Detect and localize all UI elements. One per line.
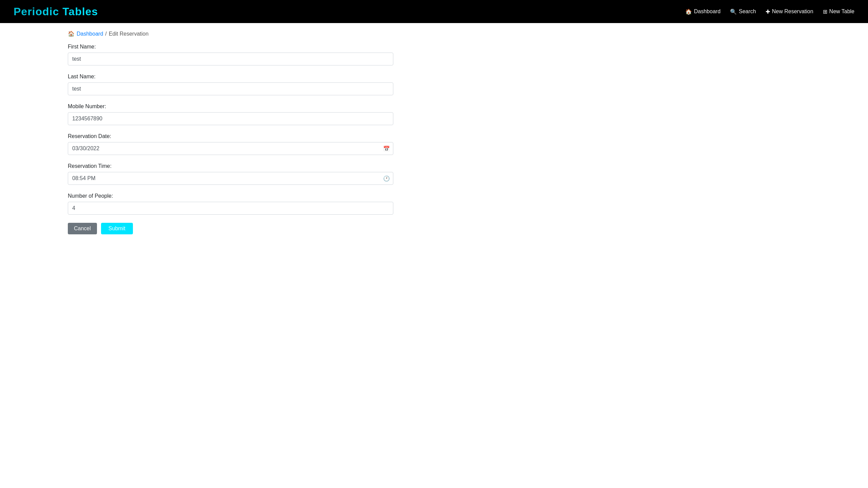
nav-item-search: 🔍 Search bbox=[730, 8, 756, 15]
dashboard-label: Dashboard bbox=[694, 8, 721, 15]
breadcrumb-current-page: Edit Reservation bbox=[109, 31, 149, 37]
breadcrumb-dashboard-link[interactable]: Dashboard bbox=[77, 31, 103, 37]
new-reservation-link[interactable]: ✚ New Reservation bbox=[766, 8, 813, 15]
nav-item-new-table: ⊞ New Table bbox=[823, 8, 854, 15]
number-of-people-group: Number of People: bbox=[68, 193, 868, 215]
reservation-date-group: Reservation Date: 📅 bbox=[68, 133, 868, 155]
search-label: Search bbox=[739, 8, 756, 15]
submit-button[interactable]: Submit bbox=[101, 223, 133, 234]
reservation-time-input[interactable] bbox=[68, 172, 393, 185]
nav-links: 🏠 Dashboard 🔍 Search ✚ New Reservation ⊞… bbox=[685, 8, 854, 15]
home-icon: 🏠 bbox=[685, 8, 692, 15]
search-icon: 🔍 bbox=[730, 8, 737, 15]
new-reservation-label: New Reservation bbox=[772, 8, 813, 15]
first-name-input[interactable] bbox=[68, 53, 393, 65]
time-input-wrapper: 🕐 bbox=[68, 172, 393, 185]
new-table-label: New Table bbox=[829, 8, 854, 15]
breadcrumb-home-icon: 🏠 bbox=[68, 31, 75, 37]
first-name-group: First Name: bbox=[68, 44, 868, 65]
navbar: Periodic Tables 🏠 Dashboard 🔍 Search ✚ N… bbox=[0, 0, 868, 23]
reservation-time-label: Reservation Time: bbox=[68, 163, 868, 169]
plus-icon: ✚ bbox=[766, 8, 770, 15]
edit-reservation-form: First Name: Last Name: Mobile Number: Re… bbox=[0, 40, 868, 248]
mobile-number-input[interactable] bbox=[68, 112, 393, 125]
reservation-date-input[interactable] bbox=[68, 142, 393, 155]
search-link[interactable]: 🔍 Search bbox=[730, 8, 756, 15]
reservation-date-label: Reservation Date: bbox=[68, 133, 868, 139]
number-of-people-input[interactable] bbox=[68, 202, 393, 215]
nav-item-new-reservation: ✚ New Reservation bbox=[766, 8, 813, 15]
last-name-input[interactable] bbox=[68, 82, 393, 95]
last-name-group: Last Name: bbox=[68, 74, 868, 95]
dashboard-link[interactable]: 🏠 Dashboard bbox=[685, 8, 721, 15]
reservation-time-group: Reservation Time: 🕐 bbox=[68, 163, 868, 185]
brand-title[interactable]: Periodic Tables bbox=[14, 5, 98, 18]
table-icon: ⊞ bbox=[823, 8, 827, 15]
breadcrumb: 🏠 Dashboard / Edit Reservation bbox=[0, 23, 868, 40]
breadcrumb-separator: / bbox=[105, 31, 106, 37]
last-name-label: Last Name: bbox=[68, 74, 868, 80]
mobile-number-group: Mobile Number: bbox=[68, 103, 868, 125]
first-name-label: First Name: bbox=[68, 44, 868, 50]
cancel-button[interactable]: Cancel bbox=[68, 223, 97, 234]
date-input-wrapper: 📅 bbox=[68, 142, 393, 155]
form-button-row: Cancel Submit bbox=[68, 223, 868, 234]
mobile-number-label: Mobile Number: bbox=[68, 103, 868, 110]
number-of-people-label: Number of People: bbox=[68, 193, 868, 199]
nav-item-dashboard: 🏠 Dashboard bbox=[685, 8, 721, 15]
new-table-link[interactable]: ⊞ New Table bbox=[823, 8, 854, 15]
